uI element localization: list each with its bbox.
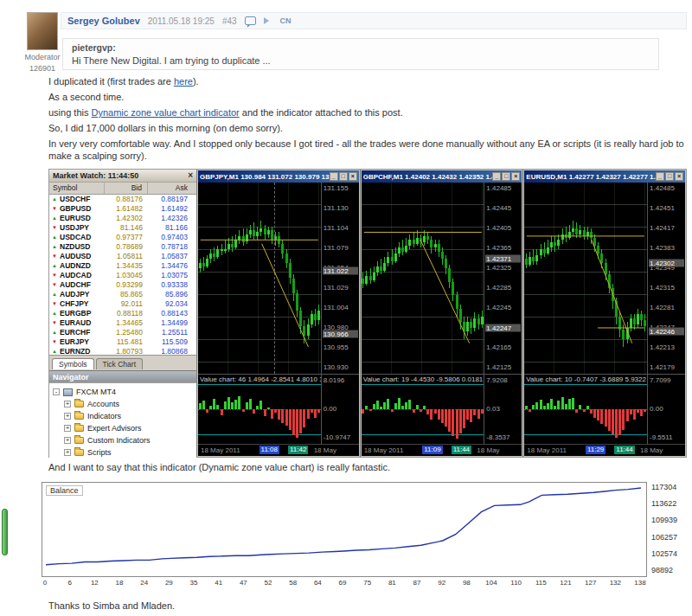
price-scale-value: 1.42451 (650, 205, 683, 212)
restore-button[interactable]: □ (665, 172, 674, 181)
x-axis-label: 29 (165, 579, 173, 587)
market-watch-row[interactable]: ▼USDJPY81.14681.166 (49, 223, 196, 233)
market-watch-row[interactable]: ▼AUDUSD1.058111.05837 (49, 252, 196, 261)
indicator-bar (307, 409, 310, 419)
restore-button[interactable]: □ (502, 172, 510, 181)
post-number-link[interactable]: #43 (222, 16, 237, 26)
collapse-icon[interactable]: - (53, 388, 60, 395)
symbol-cell: ▲EURGBP (49, 309, 105, 318)
indicator-bar (206, 409, 208, 413)
ask-value: 0.97403 (148, 233, 193, 242)
navigator-item-scripts[interactable]: +Scripts (53, 446, 195, 459)
author-link[interactable]: Sergey Golubev (67, 16, 140, 26)
indicator-scale-value: -9.5511 (650, 434, 683, 441)
price-marker: 131.022 (323, 266, 358, 274)
x-axis-label: 104 (485, 579, 497, 587)
indicator-scale-value: -8.3537 (486, 434, 520, 441)
inline-link[interactable]: here (174, 76, 193, 87)
up-arrow-icon: ▲ (51, 328, 58, 337)
market-watch-row[interactable]: ▲EURNZD1.807931.80868 (49, 347, 196, 355)
indicator-bar (260, 401, 262, 409)
expand-icon[interactable]: + (64, 449, 71, 456)
navigator-root[interactable]: -FXCM MT4 (53, 386, 195, 398)
axis-date: 18 May 2011 (527, 446, 567, 454)
translate-cn-link[interactable]: CN (280, 16, 292, 25)
market-watch-row[interactable]: ▲USDCHF0.881760.88197 (49, 195, 196, 204)
minimize-button[interactable]: _ (492, 172, 501, 181)
indicator-bar (376, 401, 379, 409)
symbol-cell: ▼AUDCHF (49, 280, 105, 290)
share-arrow-icon[interactable] (264, 17, 269, 24)
chart-titlebar[interactable]: GBPCHF,M1 1.42402 1.42432 1.42352 1.4237… (362, 170, 522, 183)
expand-icon[interactable]: + (64, 413, 71, 420)
x-axis-label: 127 (585, 579, 596, 587)
indicator-bar (612, 409, 614, 434)
market-watch-row[interactable]: ▼EURAUD1.344651.34499 (49, 318, 196, 328)
chart-main-pane[interactable]: 1.424851.424451.424051.423651.423251.422… (362, 183, 522, 374)
market-watch-row[interactable]: ▲EURUSD1.423021.42326 (49, 214, 196, 223)
tab-tick-chart[interactable]: Tick Chart (96, 358, 143, 369)
market-watch-row[interactable]: ▼EURJPY115.481115.509 (49, 337, 196, 347)
chart-main-pane[interactable]: 1.424851.424511.424171.423831.423491.423… (524, 183, 685, 374)
indicator-bar (369, 409, 372, 411)
up-arrow-icon: ▲ (51, 261, 58, 271)
paragraph-text: using this (48, 107, 92, 118)
indicator-bar (590, 409, 593, 414)
indicator-bar (317, 409, 320, 413)
down-arrow-icon: ▼ (51, 280, 58, 290)
indicator-bar (209, 406, 212, 409)
navigator-item-accounts[interactable]: +Accounts (53, 398, 195, 410)
market-watch-row[interactable]: ▼AUDCAD1.030451.03075 (49, 271, 196, 280)
navigator-item-label: Scripts (87, 448, 112, 457)
time-marker: 11:42 (288, 446, 308, 454)
column-ask[interactable]: Ask (148, 183, 193, 194)
chart-titlebar[interactable]: EURUSD,M1 1.42277 1.42327 1.42277 1.4230… (524, 170, 685, 183)
post-body: pietergvp: Hi There New Digital. I am tr… (48, 35, 687, 616)
market-watch-row[interactable]: ▲AUDNZD1.344351.34476 (49, 261, 196, 271)
expand-icon[interactable]: + (64, 437, 71, 444)
market-watch-rows: ▲USDCHF0.881760.88197▼GBPUSD1.614821.614… (49, 195, 196, 355)
indicator-bar (420, 409, 422, 412)
market-watch-titlebar[interactable]: Market Watch: 11:44:50 × (49, 170, 196, 183)
column-symbol[interactable]: Symbol (49, 183, 105, 194)
navigator-item-custom-indicators[interactable]: +Custom Indicators (53, 434, 195, 446)
chart-main-pane[interactable]: 131.155131.130131.104131.079131.054131.0… (198, 183, 359, 374)
indicator-bar (547, 403, 549, 409)
close-icon[interactable]: × (188, 171, 193, 180)
market-watch-row[interactable]: ▼AUDCHF0.932990.93338 (49, 280, 196, 290)
minimize-button[interactable]: _ (330, 172, 338, 181)
chart-titlebar[interactable]: GBPJPY,M1 130.984 131.072 130.979 131.02… (198, 170, 359, 183)
indicator-bar (238, 396, 240, 409)
indicator-bar (575, 409, 578, 413)
bid-value: 85.865 (105, 290, 148, 299)
column-bid[interactable]: Bid (105, 183, 148, 194)
navigator-titlebar[interactable]: Navigator (49, 370, 196, 383)
paragraph-text: and the indicator attached to this post. (240, 107, 403, 118)
symbol-name: AUDUSD (60, 252, 91, 261)
market-watch-row[interactable]: ▲AUDJPY85.86585.896 (49, 290, 196, 299)
inline-link[interactable]: Dynamic zone value chart indicator (92, 107, 240, 118)
expand-icon[interactable]: + (64, 425, 71, 432)
navigator-item-indicators[interactable]: +Indicators (53, 410, 195, 422)
close-button[interactable]: × (675, 172, 683, 181)
market-watch-row[interactable]: ▲NZDUSD0.786890.78718 (49, 242, 196, 252)
navigator-item-expert-advisors[interactable]: +Expert Advisors (53, 422, 195, 434)
market-watch-row[interactable]: ▲EURCHF1.254801.25511 (49, 328, 196, 337)
bid-value: 1.34435 (105, 261, 148, 271)
indicator-bar (633, 409, 636, 420)
trendline-overlay (362, 183, 484, 374)
market-watch-row[interactable]: ▼CHFJPY92.01192.034 (49, 299, 196, 309)
market-watch-row[interactable]: ▲USDCAD0.973770.97403 (49, 233, 196, 242)
scrollbar-thumb[interactable] (2, 509, 8, 555)
close-button[interactable]: × (511, 172, 520, 181)
expand-icon[interactable]: + (64, 401, 71, 407)
x-axis-label: 52 (265, 579, 272, 587)
minimize-button[interactable]: _ (656, 172, 664, 181)
tab-symbols[interactable]: Symbols (52, 358, 94, 369)
restore-button[interactable]: □ (339, 172, 348, 181)
price-scale-value: 1.42417 (650, 225, 683, 232)
market-watch-row[interactable]: ▼GBPUSD1.614821.61492 (49, 204, 196, 214)
market-watch-row[interactable]: ▲EURGBP0.881180.88143 (49, 309, 196, 318)
close-button[interactable]: × (349, 172, 357, 181)
quote-bubble-icon[interactable] (245, 16, 256, 25)
